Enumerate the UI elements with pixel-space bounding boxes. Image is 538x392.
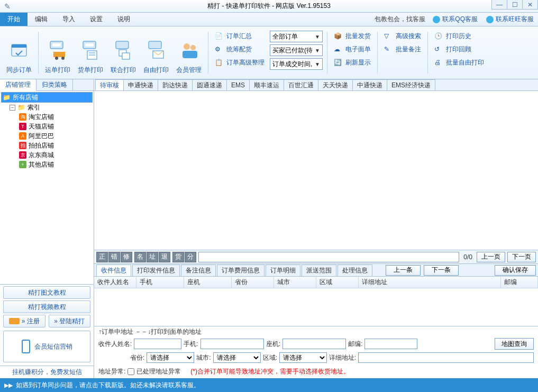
refresh-link[interactable]: 🔄刷新显示 — [332, 57, 373, 68]
box-icon: 📦 — [334, 32, 342, 41]
print-history-link[interactable]: 🕒打印历史 — [432, 31, 486, 42]
free-print-button[interactable]: 自由打印 — [140, 29, 172, 77]
text-tutorial-button[interactable]: 精打图文教程 — [3, 286, 90, 299]
dtab-process[interactable]: 处理信息 — [338, 265, 372, 276]
tab-tt[interactable]: 天天快递 — [318, 79, 353, 90]
dtab-remark[interactable]: 备注信息 — [181, 265, 216, 276]
minimize-button[interactable]: — — [491, 0, 507, 10]
tab-pending-review[interactable]: 待审核 — [95, 79, 124, 90]
waybill-print-button[interactable]: 运单打印 — [42, 29, 74, 77]
tab-shop-manage[interactable]: 店铺管理 — [0, 79, 37, 91]
joint-print-button[interactable]: 联合打印 — [107, 29, 139, 77]
paipai-icon: 拍 — [19, 142, 26, 149]
act-addr[interactable]: 址 — [147, 252, 158, 262]
input-name[interactable] — [134, 339, 181, 349]
input-address[interactable] — [358, 352, 534, 363]
tab-ems-eco[interactable]: EMS经济快递 — [387, 79, 435, 90]
tree-alibaba[interactable]: A阿里巴巴 — [19, 131, 93, 141]
select-city[interactable]: 请选择 — [213, 352, 261, 363]
qq-support-link[interactable]: 联系QQ客服 — [428, 13, 482, 26]
member-manage-button[interactable]: 会员管理 — [173, 29, 205, 77]
order-filter-paid-dropdown[interactable]: 买家已付款(待▼ — [270, 44, 323, 56]
act-correct[interactable]: 正 — [96, 252, 108, 262]
tab-yunda[interactable]: 韵达快递 — [158, 79, 193, 90]
search-input[interactable] — [198, 252, 459, 262]
tab-zto[interactable]: 中通快递 — [352, 79, 387, 90]
eface-link[interactable]: ☁电子面单 — [332, 44, 373, 55]
chevron-down-icon: ▼ — [315, 34, 320, 40]
order-filter-all-dropdown[interactable]: 全部订单▼ — [270, 31, 323, 42]
advanced-sort-link[interactable]: 📋订单高级整理 — [213, 57, 267, 68]
tab-yto[interactable]: 圆通速递 — [192, 79, 227, 90]
window-title: 精打 - 快递单打印软件 - 网店版 Ver.1.95153 — [207, 2, 331, 11]
shop-tree: 📁所有店铺 −📁索引 淘淘宝店铺 T天猫店铺 A阿里巴巴 拍拍拍店铺 京京东商城… — [0, 91, 94, 284]
tree-tmall[interactable]: T天猫店铺 — [19, 122, 93, 131]
video-tutorial-button[interactable]: 精打视频教程 — [3, 300, 90, 313]
goods-print-button[interactable]: 货单打印 — [75, 29, 106, 77]
bulk-remark-link[interactable]: ✎批量备注 — [382, 44, 423, 55]
people-icon — [178, 38, 199, 63]
earn-points-link[interactable]: 挂机赚积分，免费发短信 — [0, 366, 94, 378]
tree-taobao[interactable]: 淘淘宝店铺 — [19, 112, 93, 122]
close-button[interactable]: ✕ — [522, 0, 538, 10]
dtab-delivery[interactable]: 派送范围 — [302, 265, 336, 276]
select-province[interactable]: 请选择 — [147, 352, 194, 363]
bulk-free-print-link[interactable]: 🖨批量自由打印 — [432, 57, 486, 68]
tree-paipai[interactable]: 拍拍拍店铺 — [19, 141, 93, 150]
tab-category-strategy[interactable]: 归类策略 — [37, 79, 73, 90]
confirm-save-button[interactable]: 确认保存 — [495, 265, 536, 276]
tree-jd[interactable]: 京京东商城 — [19, 150, 93, 160]
map-query-button[interactable]: 地图查询 — [495, 338, 534, 350]
act-return[interactable]: 退 — [159, 252, 170, 262]
maximize-button[interactable]: ☐ — [507, 0, 523, 10]
input-zip[interactable] — [364, 339, 417, 349]
tree-index[interactable]: −📁索引 — [1, 103, 93, 112]
dtab-items[interactable]: 订单明细 — [266, 265, 300, 276]
bulk-ship-link[interactable]: 📦批量发货 — [332, 31, 373, 42]
detail-grid-body[interactable] — [94, 288, 538, 326]
input-tel[interactable] — [282, 339, 346, 349]
collapse-icon[interactable]: − — [10, 105, 15, 111]
sms-marketing-button[interactable]: 会员短信营销 — [3, 331, 90, 362]
prev-record-button[interactable]: 上一条 — [386, 265, 421, 276]
act-split[interactable]: 分 — [185, 252, 196, 262]
act-fix[interactable]: 修 — [121, 252, 132, 262]
select-area[interactable]: 请选择 — [279, 352, 327, 363]
prev-page-button[interactable]: 上一页 — [477, 252, 505, 262]
tab-best[interactable]: 百世汇通 — [284, 79, 318, 90]
dtab-recipient[interactable]: 收件信息 — [96, 265, 131, 276]
print-review-link[interactable]: ↺打印回顾 — [432, 44, 486, 55]
act-wrong[interactable]: 错 — [108, 252, 120, 262]
svg-rect-19 — [183, 51, 197, 58]
menu-start[interactable]: 开始 — [0, 13, 28, 26]
sync-orders-button[interactable]: 同步订单 — [3, 29, 35, 77]
tab-sf[interactable]: 顺丰速运 — [249, 79, 284, 90]
plan-distribute-link[interactable]: ⚙统筹配货 — [213, 44, 267, 55]
menu-edit[interactable]: 编辑 — [28, 13, 55, 26]
tree-root-all-shops[interactable]: 📁所有店铺 — [1, 92, 93, 103]
wangwang-support-link[interactable]: 联系旺旺客服 — [482, 13, 538, 26]
svg-rect-1 — [12, 44, 26, 48]
order-filter-time-dropdown[interactable]: 订单成交时间,▼ — [270, 58, 323, 70]
dtab-fee[interactable]: 订单费用信息 — [217, 265, 265, 276]
advanced-search-link[interactable]: ▽高级搜索 — [382, 31, 423, 42]
chevron-down-icon: ▼ — [315, 61, 320, 67]
dtab-sender[interactable]: 打印发件信息 — [132, 265, 180, 276]
next-page-button[interactable]: 下一页 — [507, 252, 536, 262]
login-button[interactable]: » 登陆精打 — [49, 315, 91, 327]
order-grid[interactable] — [94, 91, 538, 250]
act-name[interactable]: 名 — [134, 252, 146, 262]
tab-sto[interactable]: 申通快递 — [123, 79, 158, 90]
checkbox-handled-abnormal[interactable] — [127, 368, 134, 375]
order-summary-link[interactable]: 📄订单汇总 — [213, 31, 267, 42]
tree-other[interactable]: +其他店铺 — [19, 160, 93, 169]
document-icon: 📄 — [215, 32, 223, 41]
menu-import[interactable]: 导入 — [55, 13, 83, 26]
input-mobile[interactable] — [200, 339, 264, 349]
menu-help[interactable]: 说明 — [110, 13, 138, 26]
tab-ems[interactable]: EMS — [226, 79, 250, 90]
act-goods[interactable]: 货 — [172, 252, 184, 262]
next-record-button[interactable]: 下一条 — [424, 265, 459, 276]
menu-settings[interactable]: 设置 — [83, 13, 110, 26]
register-button[interactable]: » 注册 — [3, 315, 45, 327]
